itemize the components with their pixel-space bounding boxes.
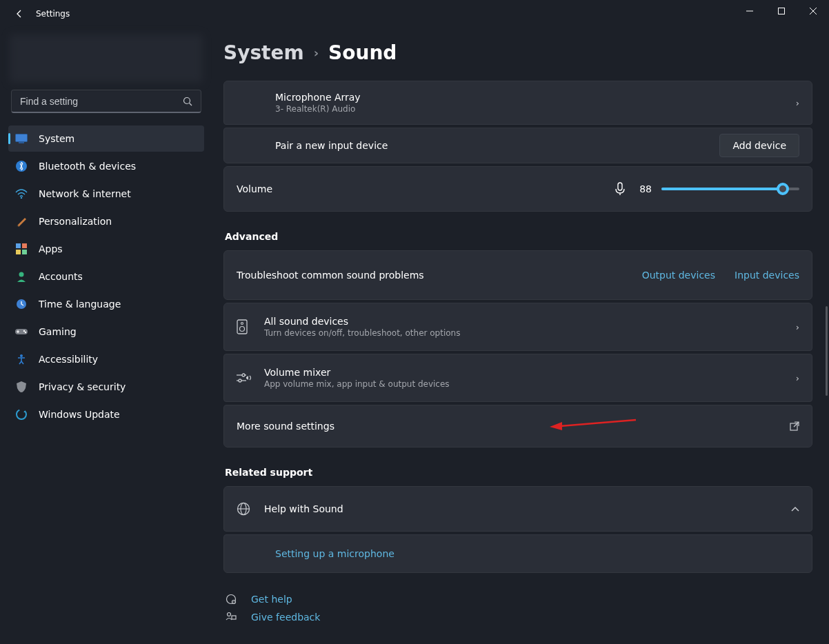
external-link-icon: [781, 421, 799, 431]
give-feedback-label: Give feedback: [251, 612, 320, 623]
person-icon: [15, 270, 28, 283]
svg-rect-35: [232, 616, 236, 619]
search-box[interactable]: [11, 90, 201, 113]
all-devices-desc: Turn devices on/off, troubleshoot, other…: [264, 328, 788, 338]
nav-item-time[interactable]: Time & language: [8, 291, 204, 317]
section-related-support: Related support: [225, 467, 812, 478]
nav-item-network[interactable]: Network & internet: [8, 181, 204, 207]
chevron-right-icon: ›: [788, 98, 799, 108]
svg-point-22: [240, 327, 245, 332]
window-title: Settings: [36, 9, 70, 19]
svg-point-26: [239, 379, 241, 382]
scrollbar-thumb[interactable]: [826, 306, 828, 396]
help-with-sound-row[interactable]: Help with Sound: [223, 486, 812, 532]
back-button[interactable]: [12, 7, 26, 21]
give-feedback-link[interactable]: Give feedback: [223, 612, 812, 623]
paint-icon: [15, 215, 28, 228]
troubleshoot-label: Troubleshoot common sound problems: [237, 270, 642, 281]
profile-card[interactable]: [10, 34, 203, 83]
get-help-label: Get help: [251, 594, 292, 605]
mixer-desc: App volume mix, app input & output devic…: [264, 379, 788, 389]
device-name: Microphone Array: [275, 92, 788, 103]
svg-point-15: [23, 330, 25, 332]
minimize-button[interactable]: [734, 0, 766, 22]
all-sound-devices-row[interactable]: All sound devices Turn devices on/off, t…: [223, 303, 812, 351]
apps-icon: [15, 243, 28, 255]
input-device-row[interactable]: Microphone Array 3- Realtek(R) Audio ›: [223, 81, 812, 125]
nav-item-privacy[interactable]: Privacy & security: [8, 374, 204, 400]
clock-icon: [15, 298, 28, 310]
svg-rect-8: [16, 243, 21, 248]
mixer-icon: [237, 372, 264, 383]
system-icon: [15, 132, 28, 145]
svg-rect-19: [618, 183, 622, 190]
close-button[interactable]: [797, 0, 829, 22]
nav-label: Bluetooth & devices: [39, 161, 136, 172]
search-icon: [183, 97, 192, 106]
nav-label: Windows Update: [39, 409, 120, 420]
nav-label: Accessibility: [39, 354, 98, 365]
svg-point-18: [17, 410, 26, 419]
volume-slider[interactable]: [661, 188, 799, 190]
bluetooth-icon: [15, 160, 28, 172]
speaker-icon: [237, 319, 264, 334]
nav-label: Privacy & security: [39, 381, 126, 392]
accessibility-icon: [15, 353, 28, 365]
nav-item-update[interactable]: Windows Update: [8, 401, 204, 427]
get-help-link[interactable]: ? Get help: [223, 594, 812, 605]
nav-item-personalization[interactable]: Personalization: [8, 208, 204, 234]
window-controls: [734, 0, 829, 22]
help-link-row[interactable]: Setting up a microphone: [223, 534, 812, 573]
volume-row: Volume 88: [223, 166, 812, 212]
nav-label: Gaming: [39, 326, 77, 337]
pair-device-row: Pair a new input device Add device: [223, 128, 812, 163]
volume-value: 88: [635, 183, 652, 194]
nav-label: Apps: [39, 243, 63, 254]
svg-point-21: [241, 323, 243, 325]
nav-item-gaming[interactable]: Gaming: [8, 319, 204, 345]
svg-rect-5: [19, 142, 24, 143]
svg-rect-1: [779, 8, 785, 14]
svg-point-16: [25, 332, 26, 333]
device-desc: 3- Realtek(R) Audio: [275, 104, 788, 114]
nav-item-bluetooth[interactable]: Bluetooth & devices: [8, 153, 204, 179]
feedback-icon: [225, 612, 237, 623]
chevron-right-icon: ›: [314, 46, 319, 60]
nav-list: System Bluetooth & devices Network & int…: [4, 125, 208, 427]
svg-line-3: [190, 103, 192, 105]
nav-label: System: [39, 133, 74, 144]
svg-point-7: [21, 197, 22, 199]
wifi-icon: [15, 188, 28, 200]
output-devices-link[interactable]: Output devices: [642, 270, 715, 281]
arrow-left-icon: [14, 8, 25, 19]
svg-point-12: [19, 272, 24, 277]
nav-item-accounts[interactable]: Accounts: [8, 263, 204, 290]
microphone-icon[interactable]: [615, 182, 626, 196]
svg-point-34: [228, 613, 231, 616]
svg-point-17: [20, 354, 23, 357]
all-devices-label: All sound devices: [264, 316, 788, 327]
section-advanced: Advanced: [225, 231, 812, 242]
volume-mixer-row[interactable]: Volume mixer App volume mix, app input &…: [223, 354, 812, 402]
setup-microphone-link[interactable]: Setting up a microphone: [275, 548, 799, 559]
input-devices-link[interactable]: Input devices: [735, 270, 799, 281]
nav-item-accessibility[interactable]: Accessibility: [8, 346, 204, 372]
search-input[interactable]: [20, 96, 183, 107]
breadcrumb-parent[interactable]: System: [223, 41, 304, 64]
minimize-icon: [746, 8, 753, 14]
more-sound-settings-row[interactable]: More sound settings: [223, 405, 812, 447]
svg-rect-11: [22, 250, 27, 254]
add-device-button[interactable]: Add device: [719, 134, 799, 157]
nav-item-system[interactable]: System: [8, 125, 204, 152]
svg-rect-10: [16, 250, 21, 254]
help-icon: ?: [225, 594, 237, 605]
breadcrumb: System › Sound: [223, 41, 812, 64]
maximize-button[interactable]: [766, 0, 797, 22]
update-icon: [15, 408, 28, 421]
shield-icon: [15, 381, 28, 393]
nav-label: Network & internet: [39, 188, 131, 199]
nav-label: Accounts: [39, 271, 83, 282]
troubleshoot-row: Troubleshoot common sound problems Outpu…: [223, 250, 812, 300]
nav-item-apps[interactable]: Apps: [8, 236, 204, 262]
svg-rect-4: [16, 134, 28, 142]
